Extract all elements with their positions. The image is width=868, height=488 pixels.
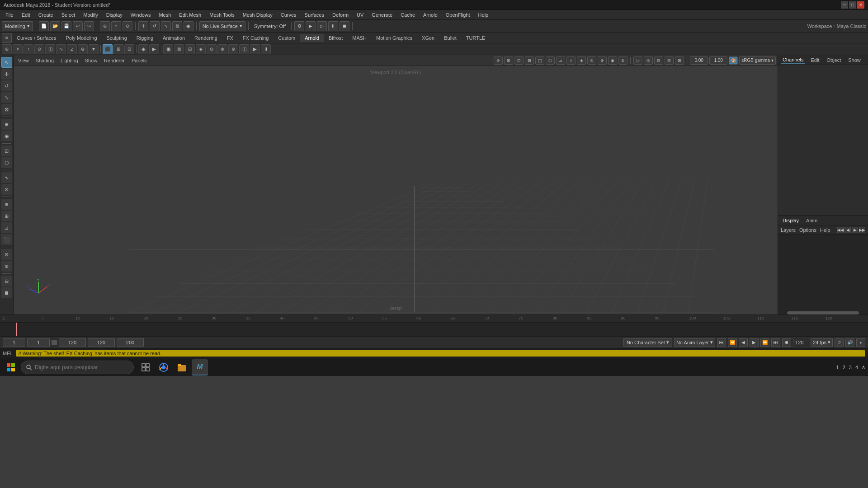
menu-help[interactable]: Help: [475, 11, 492, 19]
tool16-button[interactable]: ≣: [1, 287, 12, 298]
menu-arnold[interactable]: Arnold: [420, 11, 441, 19]
universal-manip-button[interactable]: ⊠: [172, 21, 182, 31]
rotate-mode-button[interactable]: ↺: [1, 80, 12, 91]
taskbar-chevron[interactable]: ∧: [862, 364, 865, 370]
vp-icon-3[interactable]: ⊡: [514, 56, 524, 65]
shelf-icon-more[interactable]: ▼: [89, 44, 99, 54]
color-profile-icon[interactable]: 🎨: [729, 56, 738, 65]
vp-display-icon[interactable]: ⊞: [665, 56, 674, 65]
menu-deform[interactable]: Deform: [329, 11, 352, 19]
keyframe-button[interactable]: ⬥: [856, 338, 865, 347]
channel-box-channels-tab[interactable]: Channels: [781, 56, 805, 64]
show-manip-button[interactable]: ⊡: [1, 145, 12, 156]
vp-menu-view[interactable]: View: [15, 57, 32, 64]
menu-create[interactable]: Create: [35, 11, 57, 19]
fps-dropdown[interactable]: 24 fps ▾: [811, 338, 833, 347]
paint-select-mode-button[interactable]: ◉: [1, 131, 12, 141]
tab-xgen[interactable]: XGen: [417, 34, 439, 42]
shelf-icon-toggle-1[interactable]: ⊞: [113, 44, 123, 54]
color-profile-dropdown[interactable]: sRGB gamma ▾: [739, 56, 776, 65]
tool9-button[interactable]: ≡: [1, 199, 12, 210]
taskbar-explorer[interactable]: [174, 359, 190, 375]
restore-button[interactable]: □: [849, 1, 856, 9]
select-mode-button[interactable]: ↖: [1, 57, 12, 68]
record-button[interactable]: ⏺: [782, 338, 791, 347]
vp-icon-10[interactable]: ⊙: [587, 56, 596, 65]
channel-box-object-tab[interactable]: Object: [825, 56, 843, 64]
shelf-icon-render2[interactable]: ⊠: [174, 44, 184, 54]
tab-rendering[interactable]: Rendering: [190, 34, 222, 42]
vp-icon-9[interactable]: ◈: [577, 56, 586, 65]
tab-curves-surfaces[interactable]: Curves / Surfaces: [12, 34, 61, 42]
close-button[interactable]: ✕: [857, 1, 864, 9]
menu-windows[interactable]: Windows: [127, 11, 155, 19]
vp-menu-show[interactable]: Show: [82, 57, 100, 64]
taskbar-page-2[interactable]: 2: [843, 365, 845, 370]
play-forward-button[interactable]: ▶: [750, 338, 759, 347]
shelf-icon-render1[interactable]: ▣: [163, 44, 173, 54]
layer-arrow-1[interactable]: ◀◀: [837, 227, 844, 233]
scroll-thumb[interactable]: [787, 311, 859, 314]
tool11-button[interactable]: ⊿: [1, 222, 12, 233]
shelf-icon-show-grid[interactable]: ⬛: [103, 44, 113, 54]
save-file-button[interactable]: 💾: [61, 21, 71, 31]
shelf-icon-render9[interactable]: ▶: [250, 44, 260, 54]
menu-curves[interactable]: Curves: [277, 11, 300, 19]
tab-mash[interactable]: MASH: [348, 34, 371, 42]
minimize-button[interactable]: ─: [841, 1, 848, 9]
mute-button[interactable]: 🔊: [845, 338, 854, 347]
taskbar-page-3[interactable]: 3: [849, 365, 852, 370]
taskbar-search-box[interactable]: [21, 361, 134, 374]
menu-mesh-tools[interactable]: Mesh Tools: [206, 11, 238, 19]
anim-tab[interactable]: Anim: [804, 217, 819, 224]
open-file-button[interactable]: 📂: [50, 21, 60, 31]
shelf-icon-grid[interactable]: ⊙: [34, 44, 44, 54]
taskbar-maya[interactable]: M: [192, 359, 208, 375]
redo-button[interactable]: ↪: [84, 21, 94, 31]
pause-render-button[interactable]: ⏸: [328, 21, 338, 31]
menu-generate[interactable]: Generate: [368, 11, 396, 19]
shelf-icon-render7[interactable]: ⊗: [228, 44, 238, 54]
vp-icon-13[interactable]: ⊛: [618, 56, 627, 65]
menu-surfaces[interactable]: Surfaces: [301, 11, 328, 19]
vp-menu-renderer[interactable]: Renderer: [101, 57, 127, 64]
channel-box-edit-tab[interactable]: Edit: [809, 56, 821, 64]
menu-display[interactable]: Display: [103, 11, 126, 19]
taskbar-task-view[interactable]: [137, 359, 154, 375]
go-to-start-button[interactable]: ⏮: [717, 338, 726, 347]
shelf-icon-eye[interactable]: ◉: [138, 44, 148, 54]
tool13-button[interactable]: ⊗: [1, 249, 12, 260]
taskbar-chrome[interactable]: [156, 359, 172, 375]
end-frame-input[interactable]: [59, 338, 86, 347]
shelf-icon-surface[interactable]: ◫: [45, 44, 55, 54]
vp-fit-icon[interactable]: ⊠: [675, 56, 684, 65]
windows-start-button[interactable]: [3, 359, 19, 375]
range-start-input[interactable]: [88, 338, 115, 347]
anim-layer-dropdown[interactable]: No Anim Layer ▾: [674, 338, 715, 347]
display-tab[interactable]: Display: [781, 217, 801, 224]
play-back-button[interactable]: ◀: [739, 338, 748, 347]
ipr-render-button[interactable]: ▷: [317, 21, 327, 31]
menu-openflight[interactable]: OpenFlight: [442, 11, 474, 19]
tab-custom[interactable]: Custom: [274, 34, 300, 42]
vp-cam-icon[interactable]: ▷: [633, 56, 642, 65]
sculpt-tool-button[interactable]: ⊙: [1, 184, 12, 195]
layer-arrow-3[interactable]: ▶: [852, 227, 858, 233]
tab-arnold[interactable]: Arnold: [300, 34, 324, 42]
shelf-icon-edgeloop[interactable]: ⊛: [78, 44, 88, 54]
vp-icon-2[interactable]: ⊞: [504, 56, 513, 65]
step-back-button[interactable]: ⏪: [728, 338, 737, 347]
viewport-canvas[interactable]: Viewport 2.0 (OpenGL) X Y Z persp: [14, 66, 778, 314]
scale-tool-button[interactable]: ⤡: [161, 21, 171, 31]
start-frame-input[interactable]: [27, 338, 50, 347]
vp-icon-5[interactable]: ◫: [535, 56, 544, 65]
rotate-tool-button[interactable]: ↺: [150, 21, 160, 31]
playback-settings-button[interactable]: ↺: [835, 338, 844, 347]
curve-tool-button[interactable]: ∿: [1, 172, 12, 183]
tool12-button[interactable]: ⬛: [1, 234, 12, 245]
shelf-icon-curve[interactable]: ∿: [56, 44, 66, 54]
workspace-mode-dropdown[interactable]: Modeling ▾: [2, 21, 33, 31]
shelf-icon-render3[interactable]: ⊟: [185, 44, 195, 54]
scale-mode-button[interactable]: ⤡: [1, 92, 12, 103]
tab-animation[interactable]: Animation: [158, 34, 189, 42]
